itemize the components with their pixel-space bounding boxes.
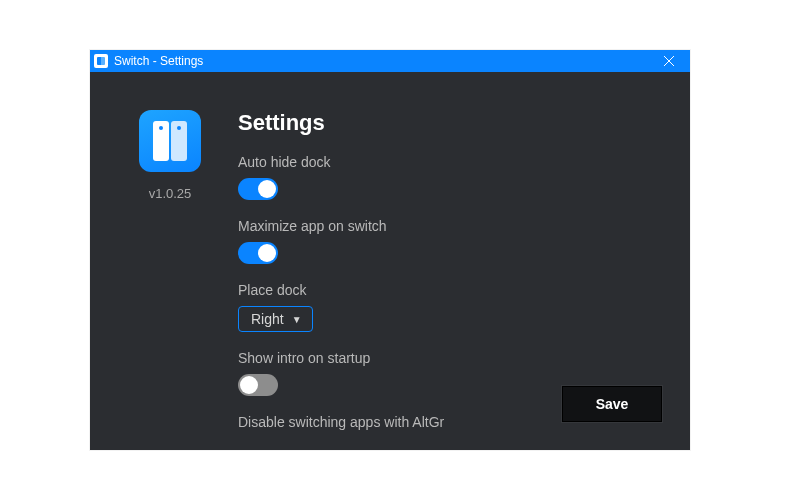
setting-maximize-on-switch: Maximize app on switch [238, 218, 660, 264]
save-button[interactable]: Save [562, 386, 662, 422]
setting-place-dock: Place dock Right ▼ [238, 282, 660, 332]
app-titlebar-icon [94, 54, 108, 68]
page-title: Settings [238, 110, 660, 136]
show-intro-toggle[interactable] [238, 374, 278, 396]
app-icon [139, 110, 201, 172]
setting-label: Auto hide dock [238, 154, 660, 170]
chevron-down-icon: ▼ [292, 314, 302, 325]
window-title: Switch - Settings [114, 54, 203, 68]
place-dock-select[interactable]: Right ▼ [238, 306, 313, 332]
select-value: Right [251, 311, 284, 327]
settings-window: Switch - Settings v1.0.25 Settings Auto … [90, 50, 690, 450]
titlebar[interactable]: Switch - Settings [90, 50, 690, 72]
setting-auto-hide-dock: Auto hide dock [238, 154, 660, 200]
version-label: v1.0.25 [149, 186, 192, 201]
setting-label: Maximize app on switch [238, 218, 660, 234]
close-icon[interactable] [648, 50, 690, 72]
setting-label: Place dock [238, 282, 660, 298]
auto-hide-dock-toggle[interactable] [238, 178, 278, 200]
sidebar: v1.0.25 [120, 110, 220, 450]
maximize-on-switch-toggle[interactable] [238, 242, 278, 264]
setting-label: Show intro on startup [238, 350, 660, 366]
